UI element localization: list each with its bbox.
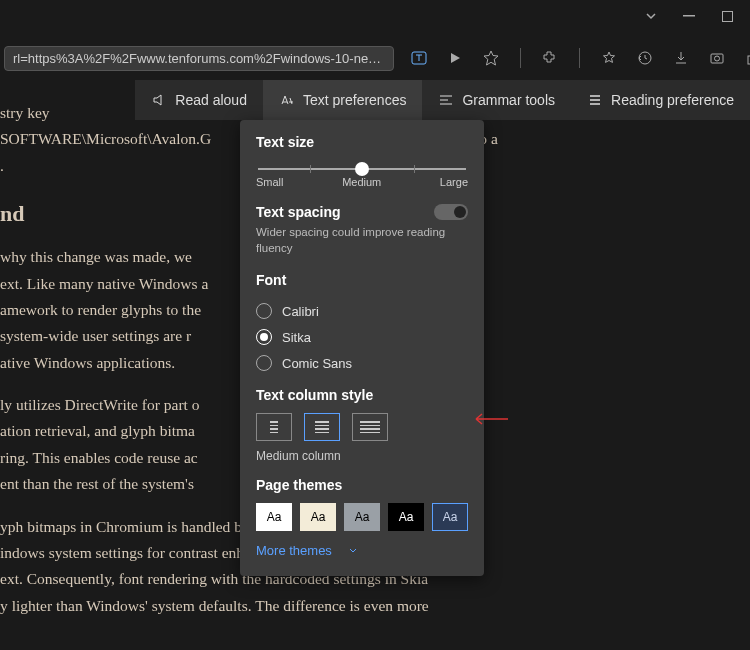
favorite-icon[interactable] [482, 49, 500, 67]
translate-icon[interactable] [410, 49, 428, 67]
arrow-annotation [468, 412, 508, 426]
download-icon[interactable] [672, 49, 690, 67]
text-size-slider[interactable] [258, 168, 466, 170]
column-narrow-button[interactable] [256, 413, 292, 441]
slider-label-medium: Medium [342, 176, 381, 188]
theme-swatch-0[interactable]: Aa [256, 503, 292, 531]
text-preferences-panel: Text size Small Medium Large Text spacin… [240, 120, 484, 576]
column-caption: Medium column [256, 449, 468, 463]
font-option-calibri[interactable]: Calibri [256, 298, 468, 324]
column-style-title: Text column style [256, 387, 468, 403]
theme-swatch-4[interactable]: Aa [432, 503, 468, 531]
play-icon[interactable] [446, 49, 464, 67]
column-medium-button[interactable] [304, 413, 340, 441]
svg-rect-0 [683, 15, 695, 17]
slider-thumb[interactable] [355, 162, 369, 176]
theme-swatch-1[interactable]: Aa [300, 503, 336, 531]
theme-swatch-2[interactable]: Aa [344, 503, 380, 531]
favorites-list-icon[interactable] [600, 49, 618, 67]
svg-point-5 [715, 56, 720, 61]
text-size-title: Text size [256, 134, 468, 150]
page-themes-title: Page themes [256, 477, 468, 493]
text-spacing-title: Text spacing [256, 204, 341, 220]
extensions-icon[interactable] [541, 49, 559, 67]
font-title: Font [256, 272, 468, 288]
minimize-icon[interactable] [682, 9, 696, 23]
font-option-comic-sans[interactable]: Comic Sans [256, 350, 468, 376]
toolbar-divider [520, 48, 521, 68]
text-spacing-helper: Wider spacing could improve reading flue… [256, 224, 468, 256]
text-spacing-toggle[interactable] [434, 204, 468, 220]
chevron-down-icon [348, 546, 358, 556]
maximize-icon[interactable] [720, 9, 734, 23]
share-icon[interactable] [744, 49, 750, 67]
url-field[interactable]: rl=https%3A%2F%2Fwww.tenforums.com%2Fwin… [4, 46, 394, 71]
svg-rect-1 [722, 11, 732, 21]
more-themes-link[interactable]: More themes [256, 543, 468, 558]
svg-rect-4 [711, 54, 723, 63]
theme-swatch-3[interactable]: Aa [388, 503, 424, 531]
screenshot-icon[interactable] [708, 49, 726, 67]
slider-label-small: Small [256, 176, 284, 188]
toolbar-divider [579, 48, 580, 68]
history-icon[interactable] [636, 49, 654, 67]
column-wide-button[interactable] [352, 413, 388, 441]
slider-label-large: Large [440, 176, 468, 188]
font-option-sitka[interactable]: Sitka [256, 324, 468, 350]
chevron-down-icon[interactable] [644, 9, 658, 23]
